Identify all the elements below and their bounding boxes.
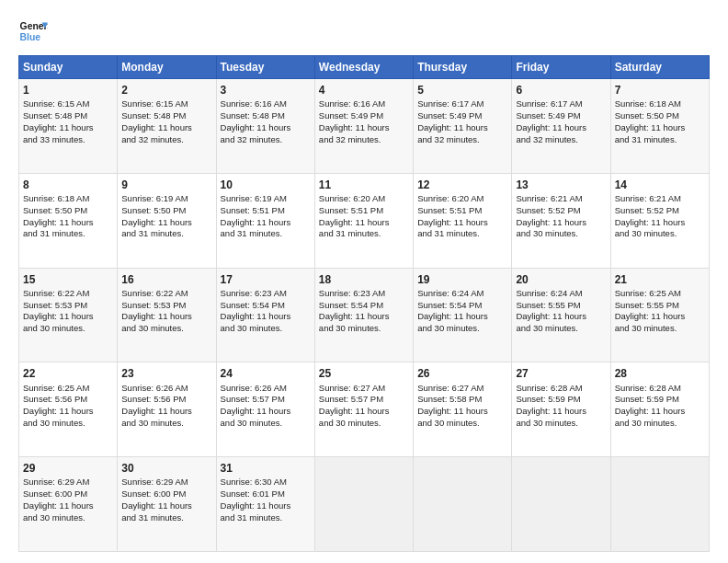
day-info-line: Sunset: 5:56 PM (23, 394, 113, 406)
calendar-cell: 4Sunrise: 6:16 AMSunset: 5:49 PMDaylight… (314, 79, 413, 174)
day-number: 1 (23, 83, 113, 98)
day-info-line: Sunset: 5:55 PM (615, 300, 705, 312)
day-info-line: Daylight: 11 hours (121, 122, 211, 134)
day-info-line: Sunrise: 6:23 AM (221, 288, 311, 300)
day-info-line: and 31 minutes. (615, 134, 705, 146)
day-info-line: Daylight: 11 hours (23, 217, 113, 229)
day-info-line: Sunrise: 6:19 AM (221, 193, 311, 205)
day-info-line: Sunrise: 6:17 AM (417, 98, 507, 110)
day-info-line: Daylight: 11 hours (516, 217, 606, 229)
calendar-cell: 26Sunrise: 6:27 AMSunset: 5:58 PMDayligh… (414, 362, 512, 457)
day-info-line: Sunrise: 6:27 AM (319, 383, 409, 395)
day-info-line: Sunset: 5:57 PM (221, 394, 311, 406)
day-info-line: and 31 minutes. (221, 228, 311, 240)
day-info-line: Sunset: 5:55 PM (516, 300, 606, 312)
day-info-line: Daylight: 11 hours (121, 500, 211, 512)
calendar-cell (314, 457, 413, 552)
calendar-cell: 11Sunrise: 6:20 AMSunset: 5:51 PMDayligh… (314, 173, 413, 268)
day-info-line: Sunrise: 6:15 AM (23, 98, 113, 110)
logo-icon: General Blue (18, 17, 48, 46)
day-info-line: and 30 minutes. (615, 418, 705, 430)
day-info-line: Sunrise: 6:24 AM (516, 288, 606, 300)
day-info-line: and 31 minutes. (417, 228, 507, 240)
day-info-line: and 30 minutes. (516, 323, 606, 335)
col-header-thursday: Thursday (414, 56, 512, 79)
day-info-line: and 32 minutes. (319, 134, 409, 146)
header: General Blue (18, 17, 710, 46)
calendar-cell: 6Sunrise: 6:17 AMSunset: 5:49 PMDaylight… (512, 79, 610, 174)
calendar-cell (512, 457, 610, 552)
day-info-line: Sunset: 5:54 PM (221, 300, 311, 312)
col-header-friday: Friday (512, 56, 610, 79)
col-header-monday: Monday (118, 56, 216, 79)
day-info-line: Daylight: 11 hours (319, 311, 409, 323)
day-info-line: and 31 minutes. (23, 228, 113, 240)
day-number: 27 (516, 366, 606, 381)
day-info-line: Daylight: 11 hours (121, 217, 211, 229)
day-info-line: Sunrise: 6:20 AM (417, 193, 507, 205)
day-info-line: Daylight: 11 hours (516, 122, 606, 134)
calendar-week-3: 15Sunrise: 6:22 AMSunset: 5:53 PMDayligh… (19, 268, 710, 362)
calendar-cell: 5Sunrise: 6:17 AMSunset: 5:49 PMDaylight… (414, 79, 512, 174)
day-info-line: and 30 minutes. (615, 228, 705, 240)
day-info-line: Sunrise: 6:15 AM (121, 98, 211, 110)
calendar-cell: 13Sunrise: 6:21 AMSunset: 5:52 PMDayligh… (512, 173, 610, 268)
day-info-line: Sunset: 5:50 PM (23, 205, 113, 217)
day-info-line: Sunrise: 6:18 AM (615, 98, 705, 110)
day-info-line: Daylight: 11 hours (221, 406, 311, 418)
day-info-line: Daylight: 11 hours (615, 217, 705, 229)
day-info-line: Daylight: 11 hours (417, 311, 507, 323)
calendar-cell: 10Sunrise: 6:19 AMSunset: 5:51 PMDayligh… (216, 173, 314, 268)
day-number: 13 (516, 178, 606, 192)
day-info-line: Sunset: 5:56 PM (121, 394, 211, 406)
calendar-week-2: 8Sunrise: 6:18 AMSunset: 5:50 PMDaylight… (19, 173, 710, 268)
day-info-line: Daylight: 11 hours (221, 500, 311, 512)
day-info-line: and 32 minutes. (417, 134, 507, 146)
day-info-line: Daylight: 11 hours (516, 406, 606, 418)
day-info-line: Daylight: 11 hours (221, 122, 311, 134)
calendar-cell: 21Sunrise: 6:25 AMSunset: 5:55 PMDayligh… (610, 268, 709, 362)
day-info-line: and 30 minutes. (23, 512, 113, 524)
calendar-cell (610, 457, 709, 552)
day-info-line: Sunrise: 6:23 AM (319, 288, 409, 300)
day-info-line: Sunrise: 6:26 AM (221, 383, 311, 395)
day-info-line: Sunset: 5:53 PM (121, 300, 211, 312)
calendar-cell: 25Sunrise: 6:27 AMSunset: 5:57 PMDayligh… (314, 362, 413, 457)
day-info-line: Sunrise: 6:28 AM (615, 383, 705, 395)
day-info-line: Sunset: 5:52 PM (516, 205, 606, 217)
day-info-line: Daylight: 11 hours (417, 122, 507, 134)
calendar-cell: 12Sunrise: 6:20 AMSunset: 5:51 PMDayligh… (414, 173, 512, 268)
day-info-line: Sunset: 5:48 PM (121, 110, 211, 122)
day-info-line: Daylight: 11 hours (23, 311, 113, 323)
day-number: 5 (417, 83, 507, 98)
day-info-line: Daylight: 11 hours (121, 406, 211, 418)
day-info-line: Sunrise: 6:25 AM (615, 288, 705, 300)
day-info-line: Daylight: 11 hours (23, 122, 113, 134)
col-header-sunday: Sunday (19, 56, 118, 79)
day-info-line: Daylight: 11 hours (221, 311, 311, 323)
calendar-week-4: 22Sunrise: 6:25 AMSunset: 5:56 PMDayligh… (19, 362, 710, 457)
day-info-line: and 30 minutes. (23, 418, 113, 430)
calendar-cell: 17Sunrise: 6:23 AMSunset: 5:54 PMDayligh… (216, 268, 314, 362)
day-number: 24 (221, 366, 311, 381)
day-number: 8 (23, 178, 113, 192)
calendar-cell: 1Sunrise: 6:15 AMSunset: 5:48 PMDaylight… (19, 79, 118, 174)
day-info-line: Sunrise: 6:27 AM (417, 383, 507, 395)
day-info-line: Sunrise: 6:21 AM (615, 193, 705, 205)
day-info-line: and 30 minutes. (615, 323, 705, 335)
day-info-line: Daylight: 11 hours (221, 217, 311, 229)
col-header-tuesday: Tuesday (216, 56, 314, 79)
day-info-line: Sunrise: 6:16 AM (221, 98, 311, 110)
col-header-wednesday: Wednesday (314, 56, 413, 79)
day-info-line: Daylight: 11 hours (121, 311, 211, 323)
day-info-line: Sunset: 5:51 PM (417, 205, 507, 217)
day-info-line: and 32 minutes. (121, 134, 211, 146)
day-info-line: Sunrise: 6:29 AM (121, 477, 211, 488)
calendar-cell: 15Sunrise: 6:22 AMSunset: 5:53 PMDayligh… (19, 268, 118, 362)
day-number: 12 (417, 178, 507, 192)
calendar-cell: 20Sunrise: 6:24 AMSunset: 5:55 PMDayligh… (512, 268, 610, 362)
day-number: 29 (23, 461, 113, 476)
day-number: 19 (417, 272, 507, 287)
day-info-line: Sunrise: 6:21 AM (516, 193, 606, 205)
day-info-line: Sunset: 5:50 PM (615, 110, 705, 122)
